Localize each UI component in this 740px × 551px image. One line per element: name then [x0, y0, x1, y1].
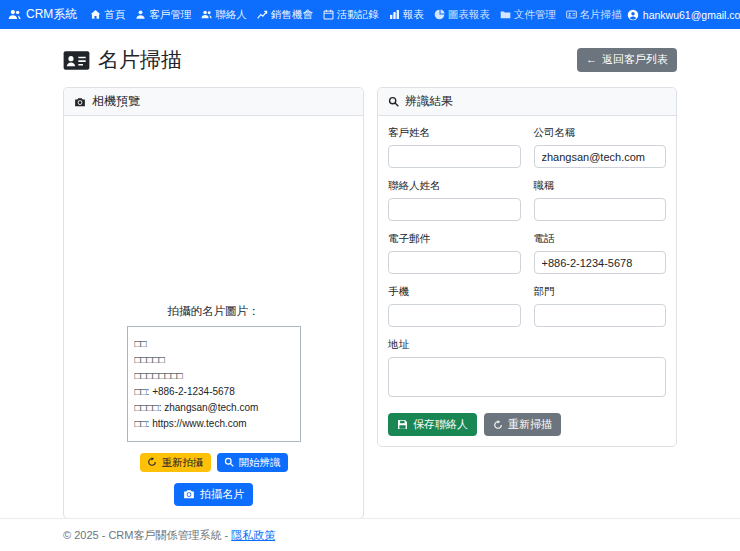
result-card-header: 辨識結果 [378, 88, 676, 116]
card-line: □□□□□ [135, 352, 293, 368]
user-menu[interactable]: hankwu61@gmail.com [627, 9, 740, 21]
people-icon [8, 8, 21, 21]
save-icon [397, 419, 408, 430]
phone-input[interactable] [534, 251, 667, 274]
mobile-input[interactable] [388, 304, 521, 327]
arrow-left-icon: ← [586, 53, 597, 66]
nav-item-contacts[interactable]: 聯絡人 [196, 8, 252, 22]
copyright-text: © 2025 - CRM客戶關係管理系統 - [63, 529, 231, 541]
department-input[interactable] [534, 304, 667, 327]
page-header: 名片掃描 ← 返回客戶列表 [63, 46, 677, 74]
nav-item-documents[interactable]: 文件管理 [495, 8, 561, 22]
company-name-input[interactable] [534, 145, 667, 168]
camera-icon [74, 96, 86, 108]
recognition-result-card: 辨識結果 客戶姓名 公司名稱 聯絡人姓名 [377, 87, 677, 447]
card-line: □□□□□□□□ [135, 368, 293, 384]
nav-item-chart-reports[interactable]: 圖表報表 [429, 8, 495, 22]
camera-preview-area [74, 126, 353, 304]
nav-item-reports[interactable]: 報表 [384, 8, 429, 22]
folder-icon [500, 9, 511, 20]
page-title: 名片掃描 [63, 46, 182, 74]
camera-card-header: 相機預覽 [64, 88, 363, 116]
email-label: 電子郵件 [388, 232, 521, 246]
search-icon [224, 457, 234, 467]
card-line: □□ [135, 336, 293, 352]
brand[interactable]: CRM系統 [8, 6, 77, 23]
camera-icon [183, 488, 195, 500]
contact-name-input[interactable] [388, 198, 521, 221]
top-navbar: CRM系統 首頁 客戶管理 聯絡人 銷售機會 活動記錄 報表 圖表報表 文件管理… [0, 0, 740, 29]
graph-up-icon [257, 9, 268, 20]
user-email: hankwu61@gmail.com [643, 9, 740, 21]
nav-item-opportunities[interactable]: 銷售機會 [252, 8, 318, 22]
captured-image-caption: 拍攝的名片圖片： [74, 304, 353, 319]
person-circle-icon [627, 9, 639, 21]
job-title-input[interactable] [534, 198, 667, 221]
page-footer: © 2025 - CRM客戶關係管理系統 - 隱私政策 [0, 518, 740, 551]
card-line: □□□□: zhangsan@tech.com [135, 400, 293, 416]
pie-chart-icon [434, 9, 445, 20]
company-name-label: 公司名稱 [534, 126, 667, 140]
back-to-customers-button[interactable]: ← 返回客戶列表 [577, 48, 677, 71]
capture-button[interactable]: 拍攝名片 [174, 483, 253, 506]
mobile-label: 手機 [388, 285, 521, 299]
save-contact-button[interactable]: 保存聯絡人 [388, 413, 477, 436]
camera-preview-card: 相機預覽 拍攝的名片圖片： □□ □□□□□ □□□□□□□□ □□: +886… [63, 87, 364, 519]
vcard-icon [63, 50, 90, 71]
job-title-label: 職稱 [534, 179, 667, 193]
nav-item-card-scan[interactable]: 名片掃描 [561, 8, 627, 22]
email-input[interactable] [388, 251, 521, 274]
nav-item-activities[interactable]: 活動記錄 [318, 8, 384, 22]
people-icon [201, 9, 212, 20]
address-textarea[interactable] [388, 357, 666, 397]
customer-name-label: 客戶姓名 [388, 126, 521, 140]
refresh-icon [147, 457, 157, 467]
recognize-button[interactable]: 開始辨識 [217, 453, 288, 472]
person-icon [135, 9, 146, 20]
card-line: □□: +886-2-1234-5678 [135, 384, 293, 400]
phone-label: 電話 [534, 232, 667, 246]
vcard-icon [566, 9, 577, 20]
nav-item-home[interactable]: 首頁 [85, 8, 130, 22]
department-label: 部門 [534, 285, 667, 299]
search-icon [388, 96, 399, 107]
captured-card-image: □□ □□□□□ □□□□□□□□ □□: +886-2-1234-5678 □… [127, 326, 301, 442]
customer-name-input[interactable] [388, 145, 521, 168]
rescan-button[interactable]: 重新掃描 [484, 413, 561, 436]
refresh-icon [493, 420, 503, 430]
address-label: 地址 [388, 338, 666, 352]
retake-button[interactable]: 重新拍攝 [140, 453, 211, 472]
card-line: □□: https://www.tech.com [135, 416, 293, 432]
privacy-link[interactable]: 隱私政策 [231, 529, 275, 541]
bar-chart-icon [389, 9, 400, 20]
home-icon [90, 9, 101, 20]
calendar-icon [323, 9, 334, 20]
contact-name-label: 聯絡人姓名 [388, 179, 521, 193]
brand-label: CRM系統 [26, 6, 77, 23]
nav-item-customers[interactable]: 客戶管理 [130, 8, 196, 22]
